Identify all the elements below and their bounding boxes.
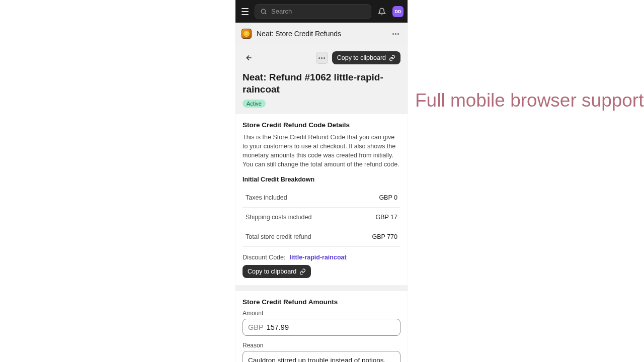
search-input[interactable]: Search (255, 4, 371, 19)
marketing-caption: Full mobile browser support (415, 88, 643, 113)
arrow-left-icon (245, 54, 253, 62)
amounts-heading: Store Credit Refund Amounts (243, 298, 400, 306)
svg-line-1 (265, 13, 267, 14)
amount-label: Amount (243, 310, 400, 317)
amount-field[interactable] (267, 323, 395, 331)
amount-input[interactable]: GBP (243, 319, 400, 336)
action-row: Copy to clipboard (243, 51, 400, 64)
breakdown-label: Total store credit refund (246, 233, 311, 240)
scroll-area[interactable]: Copy to clipboard Neat: Refund #1062 lit… (235, 45, 408, 362)
app-icon: 🪙 (242, 29, 252, 39)
page-more-icon[interactable] (316, 52, 328, 64)
breakdown-value: GBP 770 (372, 233, 397, 240)
reason-textarea[interactable] (243, 351, 400, 362)
status-badge: Active (243, 100, 266, 108)
top-bar: Search DD (235, 0, 408, 23)
breakdown-heading: Initial Credit Breakdown (243, 176, 400, 183)
amount-prefix: GBP (248, 323, 264, 331)
breakdown-value: GBP 17 (375, 214, 397, 221)
link-icon (299, 268, 306, 275)
details-description: This is the Store Credit Refund Code tha… (243, 133, 400, 169)
discount-code-value: little-rapid-raincoat (289, 254, 346, 261)
details-heading: Store Credit Refund Code Details (243, 121, 400, 129)
avatar[interactable]: DD (392, 6, 404, 17)
amounts-card: Store Credit Refund Amounts Amount GBP R… (235, 291, 408, 362)
notifications-icon[interactable] (375, 5, 388, 18)
search-placeholder: Search (271, 8, 292, 15)
app-header: 🪙 Neat: Store Credit Refunds (235, 23, 408, 45)
copy-button-label: Copy to clipboard (248, 268, 296, 275)
copy-button-label: Copy to clipboard (337, 54, 386, 61)
app-title: Neat: Store Credit Refunds (257, 30, 384, 38)
app-more-icon[interactable] (389, 28, 401, 40)
breakdown-label: Taxes included (246, 194, 287, 201)
breakdown-value: GBP 0 (379, 194, 397, 201)
back-button[interactable] (243, 51, 256, 64)
copy-to-clipboard-button[interactable]: Copy to clipboard (332, 51, 400, 64)
avatar-initials: DD (395, 9, 401, 14)
menu-icon[interactable] (239, 6, 251, 17)
discount-code-label: Discount Code: (243, 254, 285, 261)
page-title: Neat: Refund #1062 little-rapid-raincoat (243, 71, 400, 96)
details-card: Store Credit Refund Code Details This is… (235, 114, 408, 286)
link-icon (389, 55, 395, 61)
copy-discount-button[interactable]: Copy to clipboard (243, 265, 311, 278)
breakdown-row: Total store credit refund GBP 770 (243, 227, 400, 247)
reason-label: Reason (243, 342, 400, 349)
breakdown-row: Taxes included GBP 0 (243, 188, 400, 208)
breakdown-row: Shipping costs included GBP 17 (243, 208, 400, 227)
search-icon (260, 8, 267, 15)
mobile-device-frame: Search DD 🪙 Neat: Store Credit Refunds C… (235, 0, 408, 362)
discount-code-row: Discount Code: little-rapid-raincoat Cop… (243, 254, 400, 278)
breakdown-label: Shipping costs included (246, 214, 311, 221)
svg-point-0 (261, 9, 265, 13)
